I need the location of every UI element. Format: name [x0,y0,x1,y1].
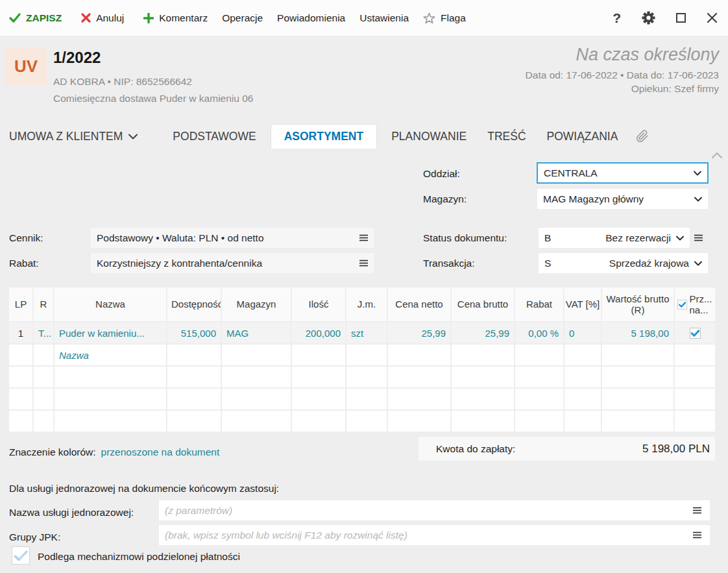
tab-menu-umowa-z-klientem[interactable]: UMOWA Z KLIENTEM [9,124,148,149]
table-cell[interactable] [564,411,601,432]
table-cell[interactable] [602,367,673,387]
settings-button[interactable]: Ustawienia [359,12,409,24]
tab-podstawowe[interactable]: PODSTAWOWE [162,124,266,149]
table-cell[interactable] [167,389,221,409]
table-cell[interactable] [292,389,345,409]
notifications-button[interactable]: Powiadomienia [277,12,345,24]
table-cell[interactable] [222,411,291,432]
service-name-input[interactable] [159,500,710,520]
table-cell[interactable] [564,389,601,409]
service-name-menu-button[interactable] [693,507,701,514]
table-cell[interactable] [167,411,221,432]
table-cell[interactable] [9,389,32,409]
col-jm[interactable]: J.m. [346,287,387,321]
tab-planowanie[interactable]: PLANOWANIE [381,124,477,149]
cell-magazyn[interactable]: MAG [222,323,291,343]
tab-asortyment[interactable]: ASORTYMENT [271,124,378,149]
table-cell[interactable] [346,367,387,387]
table-cell[interactable] [55,367,166,387]
table-cell[interactable] [292,411,345,432]
jpk-groups-menu-button[interactable] [693,531,701,539]
table-cell[interactable] [222,389,291,409]
table-cell[interactable] [675,367,715,387]
table-cell[interactable] [9,411,32,432]
table-cell[interactable] [292,367,345,387]
table-cell[interactable] [515,411,563,432]
table-cell[interactable] [346,389,387,409]
table-cell[interactable] [388,389,450,409]
operations-button[interactable]: Operacje [222,12,263,24]
cell-nazwa-placeholder[interactable]: Nazwa [55,345,166,365]
col-wartosc-brutto[interactable]: Wartość brutto (R) [602,287,673,321]
table-cell[interactable] [675,345,715,365]
col-vat[interactable]: VAT [%] [564,287,601,321]
table-cell[interactable] [167,367,221,387]
transaction-select[interactable]: S Sprzedaż krajowa [539,253,708,273]
doc-status-menu-button[interactable] [694,234,703,241]
col-cena-netto[interactable]: Cena netto [388,287,450,321]
close-button[interactable] [707,12,718,23]
table-cell[interactable] [602,411,673,432]
table-cell[interactable] [346,411,387,432]
col-cena-brutto[interactable]: Cena brutto [452,287,514,321]
cell-r[interactable]: T... [34,323,53,343]
maximize-button[interactable] [676,13,686,23]
col-rabat[interactable]: Rabat [515,287,563,321]
col-dostepnosc[interactable]: Dostępność [167,287,221,321]
attachments-button[interactable] [628,124,657,149]
table-cell[interactable] [292,345,345,365]
col-magazyn[interactable]: Magazyn [222,287,291,321]
help-button[interactable]: ? [613,10,621,26]
table-cell[interactable] [675,389,715,409]
col-ilosc[interactable]: Ilość [292,287,345,321]
cell-wartosc-brutto[interactable]: 5 198,00 [602,323,673,343]
table-cell[interactable] [515,389,563,409]
table-cell[interactable] [34,389,53,409]
col-przenoszone[interactable]: Prz... na... [675,287,715,321]
table-cell[interactable] [388,411,450,432]
jpk-groups-input[interactable] [159,525,710,545]
table-cell[interactable] [602,345,673,365]
scroll-up-button[interactable] [711,152,723,159]
table-row-new[interactable]: Nazwa [9,345,715,365]
table-cell[interactable] [602,389,673,409]
col-r[interactable]: R [34,287,53,321]
col-lp[interactable]: LP [9,287,32,321]
cell-cena-netto[interactable]: 25,99 [388,323,450,343]
table-cell[interactable] [55,389,166,409]
table-cell[interactable] [515,367,563,387]
row-checkbox[interactable] [690,328,701,339]
table-cell[interactable] [222,345,291,365]
table-cell[interactable] [55,411,166,432]
table-cell[interactable] [675,411,715,432]
table-cell[interactable] [34,367,53,387]
split-payment-checkbox[interactable] [12,546,30,565]
table-row[interactable]: 1 T... Puder w kamieniu... 515,000 MAG 2… [9,323,715,343]
table-cell[interactable] [452,345,514,365]
cell-jm[interactable]: szt [346,323,387,343]
table-cell[interactable] [452,367,514,387]
table-cell[interactable] [167,345,221,365]
header-checkbox[interactable] [677,300,687,310]
table-cell[interactable] [346,345,387,365]
cancel-button[interactable]: Anuluj [81,12,124,24]
table-cell[interactable] [9,367,32,387]
pricelist-field[interactable]: Podstawowy • Waluta: PLN • od netto [91,228,374,248]
cell-lp[interactable]: 1 [9,323,32,343]
cell-nazwa[interactable]: Puder w kamieniu... [55,323,166,343]
table-cell[interactable] [34,345,53,365]
table-cell[interactable] [9,345,32,365]
cell-ilosc[interactable]: 200,000 [292,323,345,343]
table-cell[interactable] [388,367,450,387]
gear-button[interactable] [642,11,655,25]
discount-field[interactable]: Korzystniejszy z kontrahenta/cennika [91,253,374,273]
save-button[interactable]: ZAPISZ [9,12,62,24]
tab-powiazania[interactable]: POWIĄZANIA [537,124,629,149]
cell-vat[interactable]: 0 [564,323,601,343]
table-cell[interactable] [452,389,514,409]
cell-cena-brutto[interactable]: 25,99 [452,323,514,343]
table-cell[interactable] [515,345,563,365]
comment-button[interactable]: Komentarz [143,12,208,24]
table-cell[interactable] [564,367,601,387]
table-row-empty[interactable] [9,367,715,387]
